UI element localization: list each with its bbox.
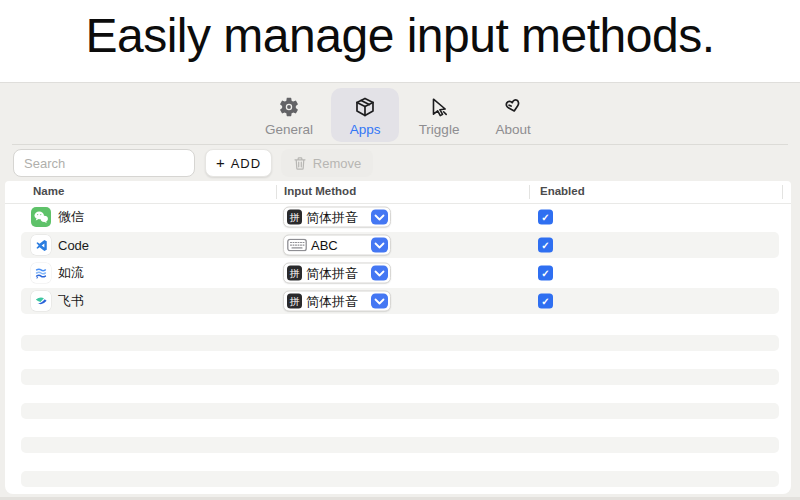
- pinyin-badge-icon: 拼: [287, 210, 302, 225]
- enabled-checkbox[interactable]: ✓: [538, 266, 553, 281]
- empty-row-stripe: [21, 369, 779, 385]
- checkmark-icon: ✓: [541, 296, 549, 306]
- input-method-select[interactable]: 拼 简体拼音: [283, 263, 391, 284]
- checkmark-icon: ✓: [541, 240, 549, 250]
- tab-apps-label: Apps: [350, 122, 381, 137]
- app-window: General Apps: [0, 82, 800, 500]
- table-row-code[interactable]: Code ABC: [5, 231, 791, 259]
- heart-icon: [501, 94, 525, 120]
- tab-general-label: General: [265, 122, 313, 137]
- checkmark-icon: ✓: [541, 268, 549, 278]
- app-name: 飞书: [58, 292, 84, 310]
- plus-icon: +: [216, 154, 225, 171]
- input-method-select[interactable]: 拼 简体拼音: [283, 207, 391, 228]
- pinyin-badge-icon: 拼: [287, 294, 302, 309]
- chevron-down-icon[interactable]: [371, 210, 388, 225]
- feishu-app-icon: [31, 291, 51, 311]
- wechat-app-icon: [31, 207, 51, 227]
- enabled-checkbox[interactable]: ✓: [538, 210, 553, 225]
- add-button[interactable]: + ADD: [205, 149, 272, 177]
- screenshot-root: Easily manage input methods. General: [0, 0, 800, 500]
- tab-triggle[interactable]: Triggle: [405, 88, 473, 142]
- keyboard-icon: [287, 239, 307, 252]
- chevron-down-icon[interactable]: [371, 238, 388, 253]
- enabled-checkbox[interactable]: ✓: [538, 238, 553, 253]
- enabled-checkbox[interactable]: ✓: [538, 294, 553, 309]
- input-method-select[interactable]: 拼 简体拼音: [283, 291, 391, 312]
- column-divider: [529, 185, 530, 199]
- tab-general[interactable]: General: [253, 88, 325, 142]
- input-method-select[interactable]: ABC: [283, 235, 391, 256]
- column-divider: [782, 185, 783, 199]
- empty-row-stripe: [21, 471, 779, 487]
- table-row-infoflow[interactable]: 如流 拼 简体拼音 ✓: [5, 259, 791, 287]
- app-name: 如流: [58, 264, 84, 282]
- chevron-down-icon[interactable]: [371, 294, 388, 309]
- empty-row-stripe: [21, 335, 779, 351]
- remove-button[interactable]: Remove: [281, 149, 373, 177]
- app-name: 微信: [58, 208, 84, 226]
- tab-apps[interactable]: Apps: [331, 88, 399, 142]
- cube-icon: [353, 94, 377, 120]
- pinyin-badge-icon: 拼: [287, 266, 302, 281]
- app-name: Code: [58, 238, 89, 253]
- checkmark-icon: ✓: [541, 212, 549, 222]
- chevron-down-icon[interactable]: [371, 266, 388, 281]
- empty-row-stripe: [21, 437, 779, 453]
- controls-row: + ADD Remove: [0, 149, 800, 179]
- toolbar-tabs: General Apps: [253, 88, 547, 142]
- tab-about-label: About: [495, 122, 530, 137]
- tab-triggle-label: Triggle: [419, 122, 460, 137]
- column-header-input-method: Input Method: [284, 185, 356, 197]
- vscode-app-icon: [31, 235, 51, 255]
- toolbar-divider: [12, 144, 788, 145]
- trash-icon: [293, 156, 307, 171]
- gear-icon: [278, 94, 300, 120]
- empty-row-stripe: [21, 403, 779, 419]
- search-input[interactable]: [13, 149, 195, 177]
- tab-about[interactable]: About: [479, 88, 547, 142]
- column-header-enabled: Enabled: [540, 185, 585, 197]
- apps-table: Name Input Method Enabled: [5, 181, 791, 494]
- column-divider: [276, 185, 277, 199]
- page-title: Easily manage input methods.: [0, 8, 800, 63]
- table-header: Name Input Method Enabled: [5, 181, 791, 204]
- column-header-name: Name: [33, 185, 64, 197]
- cursor-icon: [427, 94, 451, 120]
- table-row-wechat[interactable]: 微信 拼 简体拼音 ✓: [5, 203, 791, 231]
- infoflow-app-icon: [31, 263, 51, 283]
- table-row-feishu[interactable]: 飞书 拼 简体拼音 ✓: [5, 287, 791, 315]
